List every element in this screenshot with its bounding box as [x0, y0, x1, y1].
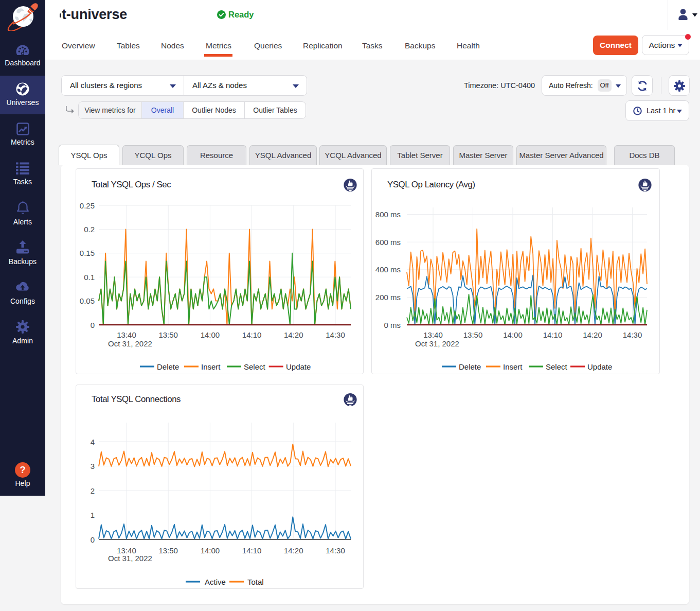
svg-text:Update: Update [587, 362, 612, 371]
svg-text:0.2: 0.2 [84, 225, 95, 234]
svg-text:Delete: Delete [157, 362, 179, 371]
svg-text:3: 3 [91, 462, 95, 470]
svg-text:14:10: 14:10 [543, 330, 563, 339]
svg-text:0.15: 0.15 [80, 249, 95, 257]
svg-text:Total: Total [247, 578, 264, 586]
svg-text:Insert: Insert [201, 362, 221, 371]
svg-text:14:10: 14:10 [242, 546, 262, 555]
svg-text:14:20: 14:20 [284, 546, 303, 555]
svg-text:13:40: 13:40 [117, 330, 136, 339]
svg-text:Active: Active [205, 578, 226, 586]
svg-text:2: 2 [91, 486, 95, 495]
svg-text:Select: Select [546, 362, 568, 371]
svg-text:0.25: 0.25 [80, 201, 95, 210]
svg-text:0.1: 0.1 [84, 273, 95, 282]
svg-text:Total YSQL Connections: Total YSQL Connections [92, 394, 181, 404]
svg-text:13:50: 13:50 [158, 546, 178, 555]
svg-text:Oct 31, 2022: Oct 31, 2022 [415, 339, 459, 348]
svg-text:13:40: 13:40 [423, 330, 443, 339]
svg-text:Oct 31, 2022: Oct 31, 2022 [108, 339, 152, 348]
svg-text:14:00: 14:00 [503, 330, 523, 339]
svg-text:14:30: 14:30 [326, 330, 345, 339]
svg-text:YSQL Op Latency (Avg): YSQL Op Latency (Avg) [387, 180, 475, 189]
svg-text:1: 1 [91, 511, 95, 519]
svg-text:400 ms: 400 ms [375, 265, 401, 274]
svg-text:800 ms: 800 ms [375, 210, 401, 219]
svg-text:14:20: 14:20 [583, 330, 602, 339]
svg-text:Delete: Delete [459, 362, 481, 371]
svg-text:0: 0 [91, 535, 95, 544]
svg-text:0.05: 0.05 [80, 296, 95, 305]
svg-text:14:30: 14:30 [326, 546, 345, 555]
svg-text:13:50: 13:50 [463, 330, 483, 339]
svg-text:13:50: 13:50 [158, 330, 178, 339]
svg-text:14:30: 14:30 [623, 330, 642, 339]
svg-text:14:10: 14:10 [242, 330, 262, 339]
svg-text:4: 4 [91, 438, 95, 446]
svg-text:14:20: 14:20 [284, 330, 303, 339]
svg-text:13:40: 13:40 [117, 546, 136, 555]
svg-text:Update: Update [286, 362, 311, 371]
svg-text:Select: Select [244, 362, 266, 371]
svg-text:14:00: 14:00 [201, 330, 220, 339]
svg-text:Total YSQL Ops / Sec: Total YSQL Ops / Sec [92, 180, 171, 189]
svg-text:200 ms: 200 ms [375, 293, 401, 302]
svg-text:0 ms: 0 ms [384, 321, 401, 329]
svg-text:0: 0 [91, 321, 95, 329]
svg-text:14:00: 14:00 [201, 546, 220, 555]
svg-text:Insert: Insert [503, 362, 523, 371]
svg-text:600 ms: 600 ms [375, 238, 401, 247]
svg-text:Oct 31, 2022: Oct 31, 2022 [108, 554, 152, 563]
